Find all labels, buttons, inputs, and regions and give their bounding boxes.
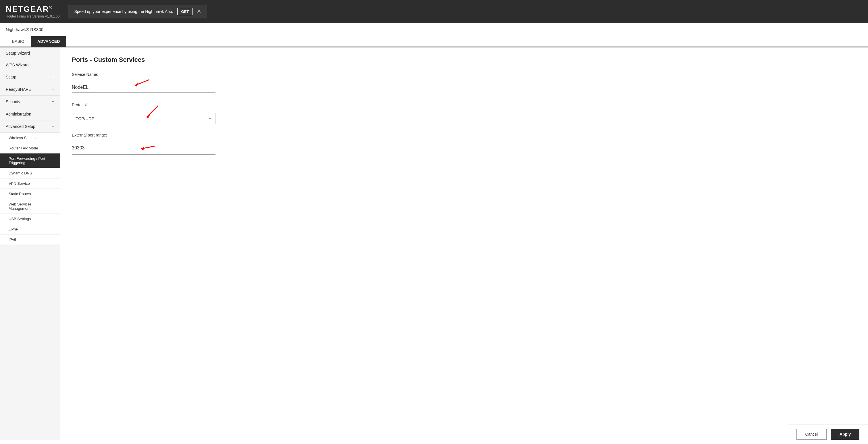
protocol-group: Protocol: TCP/UDP TCP UDP [72,102,216,124]
plus-icon: + [52,75,54,80]
top-header: NETGEAR® Router Firmware Version V1.0.1.… [0,0,868,23]
sidebar-item-setup[interactable]: Setup + [0,71,60,83]
sidebar-sub-label: Web Services Management [9,202,32,211]
arrow-annotation-1 [129,74,152,88]
sidebar-label: Advanced Setup [6,124,35,129]
sidebar-item-security[interactable]: Security + [0,96,60,108]
sidebar-sub-label: Static Routes [9,192,31,196]
sidebar-item-readyshare[interactable]: ReadySHARE + [0,83,60,96]
sidebar-item-wps-wizard[interactable]: WPS Wizard [0,59,60,71]
sidebar-label: Administration [6,112,31,116]
apply-button[interactable]: Apply [831,429,859,440]
sidebar-sub-label: VPN Service [9,181,30,186]
sidebar-item-usb-settings[interactable]: USB Settings [0,214,60,224]
sidebar-item-vpn-service[interactable]: VPN Service [0,178,60,189]
tab-advanced[interactable]: ADVANCED [31,36,66,47]
sidebar-sub-label: Port Forwarding / Port Triggering [9,156,45,165]
sidebar: Setup Wizard WPS Wizard Setup + ReadySHA… [0,48,60,440]
main-layout: Setup Wizard WPS Wizard Setup + ReadySHA… [0,48,868,440]
sidebar-item-router-ap-mode[interactable]: Router / AP Mode [0,143,60,153]
sidebar-sub-label: USB Settings [9,217,31,221]
sidebar-item-ipv6[interactable]: IPv6 [0,235,60,245]
form-section: Service Name: Protocol: [72,72,216,155]
sidebar-label: WPS Wizard [6,63,28,67]
sidebar-sub-label: Wireless Settings [9,136,37,140]
external-port-group: External port range: [72,133,216,155]
sidebar-item-setup-wizard[interactable]: Setup Wizard [0,48,60,59]
sidebar-sub-label: UPnP [9,227,19,231]
service-name-group: Service Name: [72,72,216,94]
external-port-label: External port range: [72,133,216,137]
plus-icon: + [52,99,54,104]
sidebar-label: Setup [6,75,17,79]
plus-icon: + [52,112,54,117]
sidebar-label: ReadySHARE [6,87,31,92]
arrow-annotation-3 [135,142,158,153]
get-button[interactable]: GET [177,8,192,15]
logo-area: NETGEAR® Router Firmware Version V1.0.1.… [6,5,60,19]
sidebar-item-administration[interactable]: Administration + [0,108,60,120]
page-title: Ports - Custom Services [72,56,857,63]
main-content: Ports - Custom Services Service Name: Pr… [60,48,868,440]
sidebar-item-port-forwarding[interactable]: Port Forwarding / Port Triggering [0,153,60,168]
logo: NETGEAR® [6,5,60,14]
bottom-actions: Cancel Apply [788,424,868,440]
sidebar-sub-label: Router / AP Mode [9,146,38,150]
device-name: Nighthawk® RS300 [6,27,43,32]
plus-icon: + [52,87,54,92]
firmware-version: Router Firmware Version V1.0.1.60 [6,14,60,19]
sidebar-sub-label: Dynamic DNS [9,171,32,175]
sidebar-item-upnp[interactable]: UPnP [0,224,60,235]
sidebar-item-advanced-setup[interactable]: Advanced Setup + [0,120,60,133]
sidebar-label: Security [6,99,21,104]
svg-line-2 [147,106,158,117]
svg-marker-5 [141,147,144,150]
arrow-annotation-2 [141,103,164,120]
plus-icon: + [52,124,54,129]
tab-bar: BASIC ADVANCED [0,36,868,48]
sidebar-item-web-services[interactable]: Web Services Management [0,199,60,214]
cancel-button[interactable]: Cancel [797,429,827,440]
sidebar-item-static-routes[interactable]: Static Routes [0,189,60,199]
nighthawk-banner: Speed up your experience by using the Ni… [68,5,207,19]
device-name-bar: Nighthawk® RS300 [0,23,868,36]
tab-basic[interactable]: BASIC [6,36,30,47]
close-banner-button[interactable]: ✕ [197,9,201,14]
sidebar-sub-label: IPv6 [9,237,16,242]
sidebar-item-wireless-settings[interactable]: Wireless Settings [0,133,60,143]
sidebar-item-dynamic-dns[interactable]: Dynamic DNS [0,168,60,178]
banner-text: Speed up your experience by using the Ni… [74,9,173,14]
sidebar-label: Setup Wizard [6,51,30,56]
